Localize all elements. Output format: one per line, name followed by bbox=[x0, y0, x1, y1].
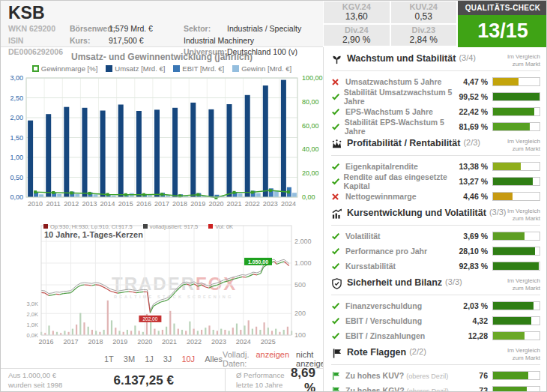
kuv24-label: KUV.24 bbox=[391, 2, 457, 11]
section-score: (2/3) bbox=[463, 138, 480, 147]
metric-market-bar bbox=[492, 371, 540, 380]
legend-item-ebit-mrd[interactable]: EBIT [Mrd. €] bbox=[173, 64, 224, 73]
check-icon bbox=[331, 162, 345, 171]
metric-market-bar-fill bbox=[493, 193, 513, 200]
metric-market-bar-fill bbox=[493, 163, 521, 170]
legend-swatch bbox=[232, 65, 239, 72]
legend-item-umsatz-mrd[interactable]: Umsatz [Mrd. €] bbox=[106, 64, 165, 73]
low-price-tag: 202,00 bbox=[139, 316, 161, 322]
price-chart[interactable]: Op:930, Hi:930, Lo:910, Cl:917.5volladju… bbox=[1, 221, 323, 350]
svg-text:20,00: 20,00 bbox=[302, 169, 319, 177]
metric-label: Performance pro Jahr bbox=[345, 247, 427, 256]
section-divider bbox=[331, 364, 540, 365]
section-score: (3/3) bbox=[445, 277, 462, 286]
metric-market-bar-fill bbox=[493, 372, 528, 379]
candlestick-plot[interactable]: 2016201720182019202020212022202320242025… bbox=[1, 221, 323, 350]
svg-text:2012: 2012 bbox=[64, 200, 79, 208]
svg-text:2021: 2021 bbox=[162, 338, 177, 346]
compare-line2: zum Markt bbox=[507, 355, 540, 362]
range-button-3m[interactable]: 3M bbox=[124, 355, 135, 364]
seed-label-line1: Aus 1.000,00 € bbox=[8, 371, 62, 381]
div24-value: 2,90 % bbox=[324, 34, 390, 45]
svg-text:0,00: 0,00 bbox=[302, 193, 315, 201]
range-button-1j[interactable]: 1J bbox=[145, 355, 154, 364]
svg-text:1,0K: 1,0K bbox=[27, 322, 38, 328]
svg-text:2025: 2025 bbox=[261, 338, 276, 346]
svg-text:3,0K: 3,0K bbox=[27, 301, 38, 307]
svg-text:2020: 2020 bbox=[208, 200, 223, 208]
metric-row-ebit-verschuldung: EBIT / Verschuldung4,32 bbox=[331, 313, 540, 328]
svg-text:2016: 2016 bbox=[136, 200, 151, 208]
metric-label: Zu hohes KGV?(oberes Dezil) bbox=[345, 386, 449, 392]
current-price-tag: 1.050,00 bbox=[244, 258, 272, 265]
valuation-tiles: KGV.24 13,60 KUV.24 0,53 Div.24 2,90 % D… bbox=[323, 1, 458, 47]
legend-item-gewinnmarge[interactable]: Gewinnmarge [%] bbox=[32, 64, 98, 73]
svg-text:2017: 2017 bbox=[154, 200, 169, 208]
seed-value: 6.137,25 € bbox=[62, 373, 225, 388]
kurs-label: Kurs: bbox=[70, 35, 109, 46]
metric-row-stabilit-t-eps-wachstum-5-jahre: Stabilität EPS-Wachstum 5 Jahre81,69 % bbox=[331, 119, 540, 134]
metric-market-bar bbox=[492, 122, 540, 131]
ohlc-swatch bbox=[143, 224, 148, 229]
seedling-icon bbox=[331, 53, 347, 68]
svg-text:2020: 2020 bbox=[137, 338, 152, 346]
perf-label-line2: letzte 10 Jahre bbox=[236, 381, 284, 391]
stock-header: KSB WKN 629200 ISIN DE0006292006 Börsenw… bbox=[1, 1, 323, 47]
section-wachstum-und-stabilit-t: Wachstum und Stabilität(3/4)Im Vergleich… bbox=[331, 53, 540, 134]
section-divider bbox=[331, 295, 540, 295]
metric-market-bar bbox=[492, 262, 540, 271]
svg-text:2018: 2018 bbox=[172, 200, 187, 208]
kuv24-value: 0,53 bbox=[391, 11, 457, 22]
svg-text:100: 100 bbox=[294, 331, 306, 339]
section-header: Profitabilität / Rentabilität(2/3)Im Ver… bbox=[331, 138, 540, 153]
compare-to-market-label: Im Vergleichzum Markt bbox=[507, 208, 540, 223]
metric-row-stabilit-t-umsatzwachstum-5-jahre: Stabilität Umsatzwachstum 5 Jahre99,52 % bbox=[331, 89, 540, 104]
ohlc-item-vol: Vol: 0K bbox=[208, 223, 233, 230]
quality-check-score: 13/15 bbox=[458, 15, 547, 47]
compare-to-market-label: Im Vergleichzum Markt bbox=[507, 53, 540, 68]
metric-row-performance-pro-jahr: Performance pro Jahr28,10 % bbox=[331, 244, 540, 259]
metric-value: 12,28 bbox=[468, 331, 492, 340]
perf-value: 8,69 % bbox=[284, 366, 323, 392]
section-score: (2/2) bbox=[409, 347, 426, 356]
svg-text:2021: 2021 bbox=[226, 200, 241, 208]
svg-text:2013: 2013 bbox=[82, 200, 97, 208]
metric-label: Eigenkapitalrendite bbox=[345, 162, 418, 171]
section-sicherheit-und-bilanz: Sicherheit und Bilanz(3/3)Im Vergleichzu… bbox=[331, 277, 540, 343]
svg-text:2,00: 2,00 bbox=[10, 114, 23, 121]
metric-value: 3,69 % bbox=[463, 232, 492, 241]
section-score: (3/3) bbox=[489, 208, 507, 217]
ohlc-text: volladjustiert: 917.5 bbox=[150, 223, 199, 230]
svg-text:100,00: 100,00 bbox=[302, 74, 323, 82]
metric-market-bar-fill bbox=[493, 262, 539, 270]
coins-icon bbox=[331, 138, 347, 153]
ohlc-legend: Op:930, Hi:930, Lo:910, Cl:917.5volladju… bbox=[43, 223, 233, 230]
range-button-alles[interactable]: Alles bbox=[205, 355, 223, 364]
svg-text:1,50: 1,50 bbox=[10, 134, 23, 142]
compare-line1: Im Vergleich bbox=[507, 277, 540, 285]
metric-market-bar bbox=[492, 162, 540, 171]
metric-sublabel: (oberes Dezil) bbox=[406, 373, 448, 380]
range-button-3j[interactable]: 3J bbox=[163, 355, 172, 364]
metric-market-bar bbox=[492, 331, 540, 340]
metric-label: Stabilität Umsatzwachstum 5 Jahre bbox=[344, 88, 459, 106]
svg-text:3,00: 3,00 bbox=[10, 74, 23, 82]
legend-item-gewinn-mrd[interactable]: Gewinn [Mrd. €] bbox=[232, 64, 291, 73]
section-header: Sicherheit und Bilanz(3/3)Im Vergleichzu… bbox=[331, 277, 540, 292]
range-button-10j[interactable]: 10J bbox=[181, 355, 195, 364]
bar-chart-plot[interactable]: 3,002,502,001,501,000,500,00100,0080,006… bbox=[1, 73, 323, 216]
svg-text:2,0K: 2,0K bbox=[27, 311, 38, 318]
svg-text:0,00: 0,00 bbox=[10, 193, 23, 201]
metric-label: Umsatzwachstum 5 Jahre bbox=[345, 77, 441, 86]
metric-market-bar-fill bbox=[493, 178, 533, 185]
svg-text:202,00: 202,00 bbox=[142, 316, 157, 322]
revenue-earnings-chart: Umsatz- und Gewinnentwicklung (jährlich)… bbox=[1, 48, 323, 220]
metric-value: 13,27 % bbox=[459, 177, 492, 186]
compare-line2: zum Markt bbox=[507, 145, 540, 153]
svg-text:2.000: 2.000 bbox=[294, 238, 312, 245]
section-header: Kursentwicklung und Volatilität(3/3)Im V… bbox=[331, 208, 540, 223]
svg-text:40,00: 40,00 bbox=[302, 145, 319, 153]
range-button-1t[interactable]: 1T bbox=[104, 355, 114, 364]
metric-label: EBIT / Verschuldung bbox=[345, 316, 422, 325]
compare-to-market-label: Im Vergleichzum Markt bbox=[507, 138, 540, 153]
